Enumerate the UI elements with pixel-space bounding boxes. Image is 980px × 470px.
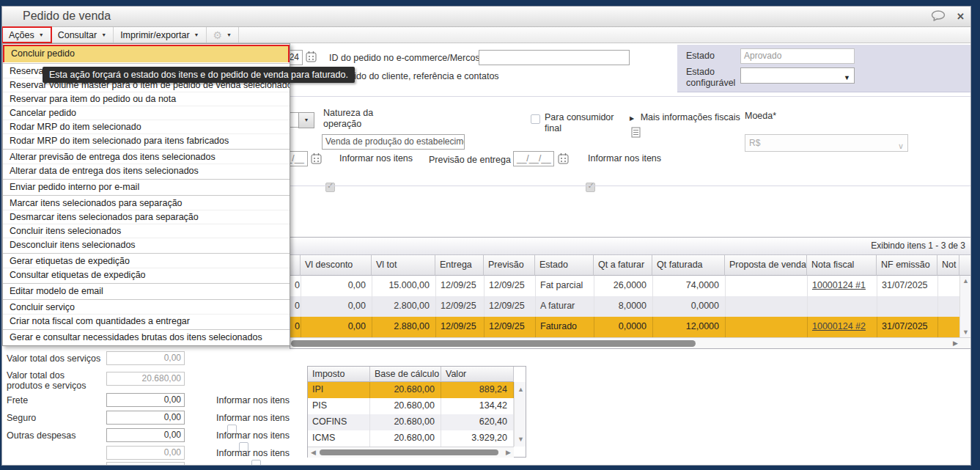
- outras-despesas-input[interactable]: 0,00: [106, 428, 185, 442]
- close-icon[interactable]: ✕: [957, 11, 965, 22]
- consumidor-final-checkbox[interactable]: [531, 114, 540, 124]
- chevron-down-icon: ▼: [39, 32, 44, 37]
- column-header-qt-faturada[interactable]: Qt faturada: [652, 255, 725, 276]
- vertical-scrollbar: ▲ ▼: [959, 276, 971, 337]
- scroll-left-icon[interactable]: ◀: [311, 449, 316, 456]
- table-row-selected[interactable]: 0 0,00 2.880,00 12/09/25 12/09/25 Fatura…: [290, 317, 971, 337]
- valor-servicos-input: 0,00: [106, 351, 185, 365]
- menu-item[interactable]: Reservar para item do pedido ou da nota: [3, 92, 290, 106]
- menu-item[interactable]: Consultar etiquetas de expedição: [3, 268, 290, 282]
- seguro-input[interactable]: 0,00: [106, 411, 185, 425]
- menu-item[interactable]: Editar modelo de email: [3, 284, 290, 298]
- menu-item[interactable]: Gerar etiquetas de expedição: [3, 254, 290, 268]
- estado-configuravel-select[interactable]: ▼: [740, 67, 855, 84]
- chevron-down-icon: ∨: [898, 138, 904, 152]
- menu-item[interactable]: Enviar pedido interno por e-mail: [3, 180, 290, 194]
- tax-row-selected[interactable]: IPI 20.680,00 889,24: [308, 382, 526, 398]
- column-header-nota[interactable]: Not: [937, 255, 959, 276]
- column-header-previsao[interactable]: Previsão: [484, 255, 535, 276]
- horizontal-scrollbar: ▶: [290, 337, 971, 348]
- page-title: Pedido de venda: [23, 10, 111, 23]
- menu-item[interactable]: Rodar MRP do item selecionado: [3, 120, 290, 134]
- tax-row[interactable]: ICMS 20.680,00 3.929,20: [308, 430, 526, 447]
- column-header-vl-desconto[interactable]: Vl desconto: [301, 255, 372, 276]
- tax-row[interactable]: COFINS 20.680,00 620,40: [308, 414, 526, 430]
- calendar-icon[interactable]: [306, 51, 317, 65]
- moeda-label: Moeda*: [745, 111, 776, 122]
- calendar-icon[interactable]: [311, 153, 322, 166]
- estado-input: Aprovado: [740, 48, 855, 64]
- consultar-menu-button[interactable]: Consultar ▼: [51, 27, 114, 43]
- menu-item[interactable]: Desmarcar itens selecionados para separa…: [3, 210, 290, 224]
- settings-menu-button[interactable]: ⚙ ▼: [207, 27, 240, 43]
- menu-item[interactable]: Concluir itens selecionados: [3, 224, 290, 238]
- calendar-icon[interactable]: [558, 153, 569, 166]
- previsao-entrega-input[interactable]: __/__/__: [513, 151, 554, 166]
- estado-label: Estado: [686, 51, 715, 62]
- frete-label: Frete: [7, 395, 28, 405]
- scroll-down-icon[interactable]: ▼: [517, 436, 524, 443]
- menu-item[interactable]: Gerar e consultar necessidades brutas do…: [3, 331, 290, 345]
- grid-header-row: Vl desconto Vl tot Entrega Previsão Esta…: [290, 255, 971, 276]
- column-header-qt-a-faturar[interactable]: Qt a faturar: [594, 255, 652, 276]
- horizontal-scrollbar: ◀ ▶: [308, 447, 514, 458]
- scroll-right-icon[interactable]: ▶: [953, 339, 958, 347]
- frete-input[interactable]: 0,00: [106, 393, 185, 407]
- column-header-imposto[interactable]: Imposto: [308, 367, 370, 382]
- informar-itens-previsao-checkbox: ✓: [586, 183, 595, 192]
- cliente-section-header[interactable]: Pedido do cliente, referência e contatos: [338, 71, 499, 82]
- operacao-combo-button[interactable]: ▼: [298, 112, 314, 128]
- section-divider: [290, 186, 970, 186]
- informar-itens-label: Informar nos itens: [216, 395, 290, 405]
- table-row[interactable]: 0 0,00 15.000,00 12/09/25 12/09/25 Fat p…: [290, 276, 971, 296]
- scroll-up-icon[interactable]: ▲: [962, 277, 969, 284]
- menu-item[interactable]: Alterar data de entrega dos itens seleci…: [3, 164, 290, 178]
- informar-itens-data-checkbox: ✓: [325, 183, 335, 192]
- ecommerce-id-input[interactable]: [479, 50, 630, 65]
- column-header-nota-fiscal[interactable]: Nota fiscal: [807, 255, 877, 276]
- tax-table: Imposto Base de cálculo Valor IPI 20.680…: [307, 366, 526, 458]
- informar-itens-label: Informar nos itens: [339, 153, 413, 164]
- scroll-down-icon[interactable]: ▼: [962, 328, 969, 336]
- mais-informacoes-expander[interactable]: ▶ Mais informações fiscais: [630, 112, 740, 123]
- column-header-base[interactable]: Base de cálculo: [370, 367, 441, 382]
- seguro-label: Seguro: [7, 413, 36, 423]
- table-row[interactable]: 0 0,00 2.800,00 12/09/25 12/09/25 A fatu…: [290, 296, 971, 317]
- desktop-frame: Pedido de venda ✕ Ações ▼ Consultar ▼ Im…: [0, 0, 980, 470]
- ecommerce-id-label: ID do pedido no e-commerce/Mercos: [329, 53, 480, 64]
- expander-right-icon: ▶: [630, 115, 634, 122]
- menu-item[interactable]: Cancelar pedido: [3, 106, 290, 120]
- column-header-proposta[interactable]: Proposta de venda: [725, 255, 807, 276]
- valor-total-pedido-input: 21.569,24: [106, 462, 185, 466]
- menu-item[interactable]: Rodar MRP do item selecionado para itens…: [3, 134, 290, 148]
- nota-fiscal-link[interactable]: 10000124 #2: [812, 321, 866, 331]
- menu-item-concluir-pedido[interactable]: Concluir pedido: [3, 45, 290, 62]
- chevron-down-icon: ▼: [101, 32, 106, 37]
- menu-item[interactable]: Criar nota fiscal com quantidades a entr…: [3, 315, 290, 328]
- natureza-operacao-input[interactable]: Venda de produção do estabelecime: [322, 134, 465, 150]
- menu-item[interactable]: Alterar previsão de entrega dos itens se…: [3, 150, 290, 164]
- column-header-nf-emissao[interactable]: NF emissão: [877, 255, 937, 276]
- column-header-valor[interactable]: Valor: [441, 367, 514, 382]
- scrollbar-thumb[interactable]: [291, 340, 696, 347]
- column-header-entrega[interactable]: Entrega: [435, 255, 484, 276]
- document-icon[interactable]: [631, 127, 641, 140]
- column-header-estado[interactable]: Estado: [535, 255, 594, 276]
- scroll-up-icon[interactable]: ▲: [517, 386, 524, 393]
- menu-item[interactable]: Desconcluir itens selecionados: [3, 238, 290, 252]
- menu-item[interactable]: Marcar itens selecionados para separação: [3, 197, 290, 210]
- nota-fiscal-link[interactable]: 10000124 #1: [812, 280, 866, 290]
- natureza-operacao-label: Natureza da operação: [323, 108, 393, 130]
- scrollbar-thumb[interactable]: [320, 449, 498, 455]
- column-header[interactable]: [290, 255, 301, 276]
- chevron-down-icon: ▼: [226, 32, 232, 37]
- items-grid: Exibindo itens 1 - 3 de 3 Vl desconto Vl…: [290, 237, 971, 349]
- informar-itens-outras-checkbox[interactable]: [251, 460, 261, 466]
- tax-row[interactable]: PIS 20.680,00 134,42: [308, 398, 526, 414]
- column-header-vl-tot[interactable]: Vl tot: [372, 255, 435, 276]
- imprimir-exportar-menu-button[interactable]: Imprimir/exportar ▼: [114, 27, 206, 43]
- scroll-right-icon[interactable]: ▶: [506, 449, 511, 456]
- comment-icon[interactable]: [930, 10, 946, 22]
- menu-item[interactable]: Concluir serviço: [3, 301, 290, 315]
- acoes-menu-button[interactable]: Ações ▼: [2, 27, 51, 43]
